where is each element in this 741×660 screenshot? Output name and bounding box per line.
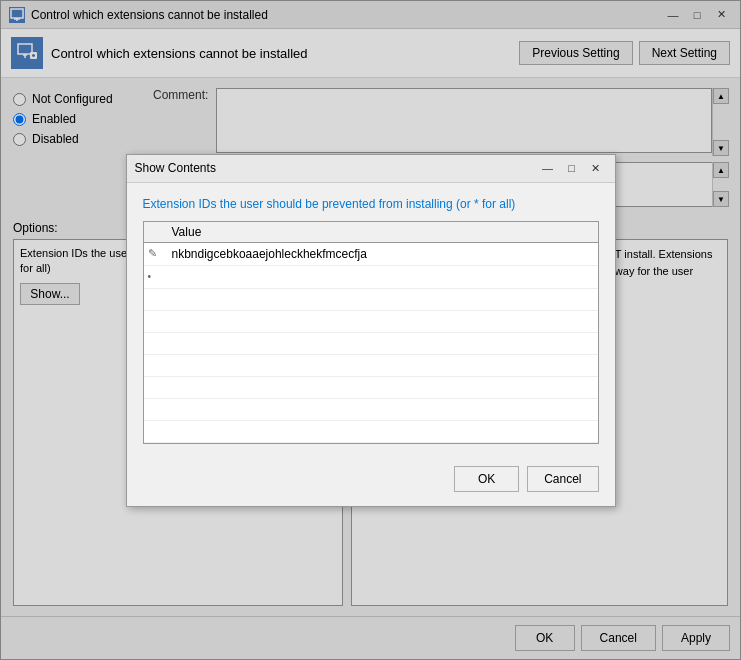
- dialog-overlay: Show Contents ― □ ✕ Extension IDs the us…: [0, 0, 741, 660]
- table-row: ✎: [144, 242, 598, 265]
- value-input-1[interactable]: [168, 245, 594, 263]
- dialog-close-button[interactable]: ✕: [585, 159, 607, 177]
- dialog-minimize-button[interactable]: ―: [537, 159, 559, 177]
- row-marker-2: •: [144, 265, 164, 288]
- dialog-maximize-button[interactable]: □: [561, 159, 583, 177]
- table-row-empty: [144, 310, 598, 332]
- table-row-empty: [144, 288, 598, 310]
- dialog-table-value-col: Value: [164, 222, 598, 243]
- row-value-2[interactable]: [164, 265, 598, 288]
- show-contents-dialog: Show Contents ― □ ✕ Extension IDs the us…: [126, 154, 616, 507]
- table-row-empty: [144, 354, 598, 376]
- dialog-title: Show Contents: [135, 161, 216, 175]
- dialog-buttons: OK Cancel: [127, 458, 615, 506]
- dialog-description: Extension IDs the user should be prevent…: [143, 197, 599, 211]
- dialog-table-marker-col: [144, 222, 164, 243]
- table-row-empty: [144, 376, 598, 398]
- dialog-title-controls: ― □ ✕: [537, 159, 607, 177]
- value-input-2[interactable]: [168, 268, 594, 286]
- table-row: •: [144, 265, 598, 288]
- dialog-ok-button[interactable]: OK: [454, 466, 519, 492]
- dialog-table-container: Value ✎ •: [143, 221, 599, 444]
- dialog-table: Value ✎ •: [144, 222, 598, 443]
- dialog-body: Extension IDs the user should be prevent…: [127, 183, 615, 458]
- table-row-empty: [144, 398, 598, 420]
- dialog-cancel-button[interactable]: Cancel: [527, 466, 598, 492]
- row-marker-1: ✎: [144, 242, 164, 265]
- table-row-empty: [144, 332, 598, 354]
- table-row-empty: [144, 420, 598, 442]
- row-value-1[interactable]: [164, 242, 598, 265]
- dialog-title-bar: Show Contents ― □ ✕: [127, 155, 615, 183]
